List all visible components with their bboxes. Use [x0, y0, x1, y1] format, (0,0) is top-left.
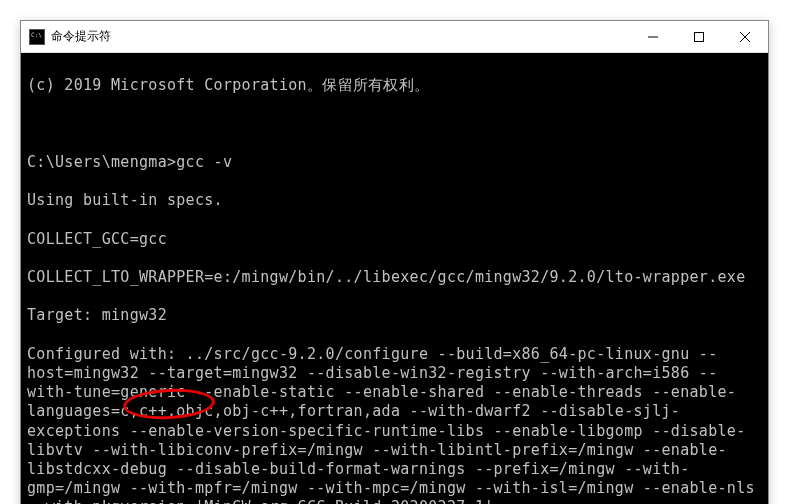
svg-rect-1 [695, 32, 704, 41]
prompt-line: C:\Users\mengma>gcc -v [27, 153, 762, 172]
blank-line [27, 115, 762, 134]
minimize-button[interactable] [630, 21, 676, 52]
terminal-output[interactable]: (c) 2019 Microsoft Corporation。保留所有权利。 C… [21, 53, 768, 504]
window-controls [630, 21, 768, 52]
titlebar[interactable]: 命令提示符 [21, 21, 768, 53]
window-title: 命令提示符 [51, 28, 630, 45]
target-line: Target: mingw32 [27, 306, 762, 325]
maximize-button[interactable] [676, 21, 722, 52]
cmd-window: 命令提示符 (c) 2019 Microsoft Corporation。保留所… [20, 20, 769, 504]
cmd-icon [29, 29, 45, 45]
specs-line: Using built-in specs. [27, 191, 762, 210]
configured-line: Configured with: ../src/gcc-9.2.0/config… [27, 345, 762, 504]
collect-gcc-line: COLLECT_GCC=gcc [27, 230, 762, 249]
close-button[interactable] [722, 21, 768, 52]
lto-wrapper-line: COLLECT_LTO_WRAPPER=e:/mingw/bin/../libe… [27, 268, 762, 287]
copyright-line: (c) 2019 Microsoft Corporation。保留所有权利。 [27, 76, 762, 95]
